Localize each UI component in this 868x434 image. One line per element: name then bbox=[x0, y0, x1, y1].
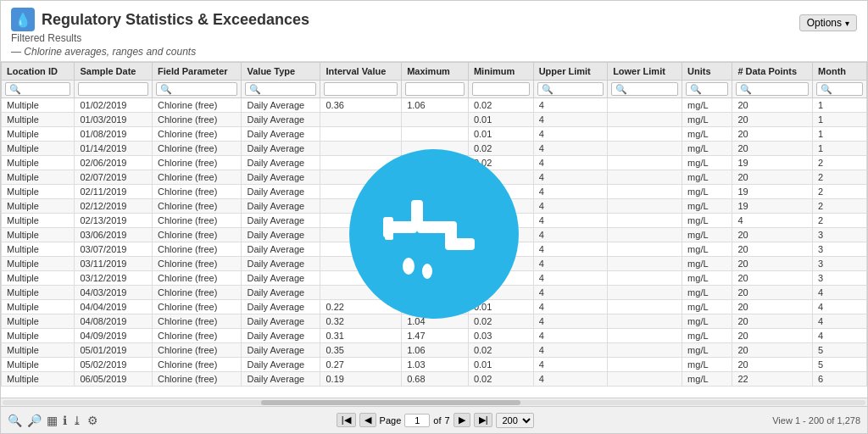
table-cell: mg/L bbox=[682, 271, 732, 286]
table-cell: Daily Average bbox=[242, 314, 320, 329]
table-cell: 03/06/2019 bbox=[75, 228, 153, 242]
table-cell: 20 bbox=[732, 127, 813, 142]
table-cell: 05/01/2019 bbox=[75, 343, 153, 358]
table-cell: 20 bbox=[732, 358, 813, 372]
table-row[interactable]: Multiple03/07/2019Chlorine (free)Daily A… bbox=[2, 242, 867, 257]
table-cell: 01/08/2019 bbox=[75, 127, 153, 142]
table-cell: Daily Average bbox=[242, 372, 320, 387]
table-row[interactable]: Multiple02/07/2019Chlorine (free)Daily A… bbox=[2, 170, 867, 185]
table-row[interactable]: Multiple04/09/2019Chlorine (free)Daily A… bbox=[2, 329, 867, 343]
table-cell: Multiple bbox=[2, 214, 75, 228]
table-row[interactable]: Multiple03/12/2019Chlorine (free)Daily A… bbox=[2, 271, 867, 286]
horizontal-scrollbar[interactable] bbox=[1, 398, 867, 406]
table-row[interactable]: Multiple01/02/2019Chlorine (free)Daily A… bbox=[2, 98, 867, 113]
table-cell bbox=[320, 142, 402, 156]
table-cell bbox=[608, 170, 682, 185]
grid-icon[interactable]: ▦ bbox=[47, 414, 58, 427]
table-wrapper[interactable]: Location ID Sample Date Field Parameter … bbox=[1, 62, 867, 398]
table-cell: Daily Average bbox=[242, 242, 320, 257]
table-cell: Daily Average bbox=[242, 214, 320, 228]
table-cell: 1.06 bbox=[402, 98, 469, 113]
table-row[interactable]: Multiple01/08/2019Chlorine (free)Daily A… bbox=[2, 127, 867, 142]
table-row[interactable]: Multiple01/14/2019Chlorine (free)Daily A… bbox=[2, 142, 867, 156]
filter-minimum[interactable] bbox=[472, 82, 530, 96]
table-cell bbox=[402, 286, 469, 300]
table-row[interactable]: Multiple04/04/2019Chlorine (free)Daily A… bbox=[2, 300, 867, 314]
scroll-thumb bbox=[261, 400, 520, 405]
next-page-button[interactable]: ▶ bbox=[453, 413, 470, 427]
table-cell bbox=[402, 242, 469, 257]
table-row[interactable]: Multiple03/11/2019Chlorine (free)Daily A… bbox=[2, 257, 867, 271]
search-icon[interactable]: 🔍 bbox=[8, 414, 22, 427]
table-row[interactable]: Multiple02/12/2019Chlorine (free)Daily A… bbox=[2, 199, 867, 214]
table-cell: Chlorine (free) bbox=[153, 156, 242, 170]
options-button[interactable]: Options bbox=[799, 14, 857, 31]
table-row[interactable]: Multiple02/13/2019Chlorine (free)Daily A… bbox=[2, 214, 867, 228]
table-cell: 04/08/2019 bbox=[75, 314, 153, 329]
table-cell: 0.01 bbox=[468, 271, 533, 286]
per-page-select[interactable]: 200 100 50 bbox=[496, 413, 534, 428]
filter-month[interactable] bbox=[816, 82, 863, 96]
table-row[interactable]: Multiple06/05/2019Chlorine (free)Daily A… bbox=[2, 372, 867, 387]
table-cell: 0.02 bbox=[468, 156, 533, 170]
table-cell: 4 bbox=[533, 372, 607, 387]
table-cell: 2 bbox=[813, 156, 867, 170]
table-cell: 1 bbox=[813, 113, 867, 127]
table-cell: Multiple bbox=[2, 199, 75, 214]
table-cell: Chlorine (free) bbox=[153, 372, 242, 387]
table-row[interactable]: Multiple03/06/2019Chlorine (free)Daily A… bbox=[2, 228, 867, 242]
filter-data-points[interactable] bbox=[736, 82, 809, 96]
filter-interval-value[interactable] bbox=[324, 82, 398, 96]
table-cell: 0.02 bbox=[468, 314, 533, 329]
table-row[interactable]: Multiple02/11/2019Chlorine (free)Daily A… bbox=[2, 185, 867, 199]
table-row[interactable]: Multiple01/03/2019Chlorine (free)Daily A… bbox=[2, 113, 867, 127]
table-cell: Chlorine (free) bbox=[153, 214, 242, 228]
table-cell: 0.22 bbox=[320, 300, 402, 314]
filter-units[interactable] bbox=[686, 82, 728, 96]
table-cell bbox=[608, 329, 682, 343]
table-cell: 1 bbox=[813, 142, 867, 156]
table-row[interactable]: Multiple02/06/2019Chlorine (free)Daily A… bbox=[2, 156, 867, 170]
filter-location-id[interactable] bbox=[5, 82, 70, 96]
table-cell bbox=[402, 228, 469, 242]
filter-field-parameter[interactable] bbox=[156, 82, 237, 96]
last-page-button[interactable]: ▶| bbox=[474, 413, 493, 427]
table-cell bbox=[402, 170, 469, 185]
table-row[interactable]: Multiple04/08/2019Chlorine (free)Daily A… bbox=[2, 314, 867, 329]
table-cell: 0.01 bbox=[468, 170, 533, 185]
table-cell bbox=[608, 127, 682, 142]
filter-lower-limit[interactable] bbox=[611, 82, 678, 96]
page-input[interactable] bbox=[404, 414, 430, 427]
filtered-results-label: Filtered Results bbox=[11, 32, 309, 44]
zoom-icon[interactable]: 🔎 bbox=[27, 414, 42, 427]
export-icon[interactable]: ⤓ bbox=[72, 414, 82, 427]
filter-value-type[interactable] bbox=[245, 82, 316, 96]
table-row[interactable]: Multiple05/02/2019Chlorine (free)Daily A… bbox=[2, 358, 867, 372]
footer-pagination: |◀ ◀ Page of 7 ▶ ▶| 200 100 50 bbox=[337, 413, 535, 428]
table-cell: Multiple bbox=[2, 257, 75, 271]
filter-sample-date[interactable] bbox=[78, 82, 148, 96]
table-cell: mg/L bbox=[682, 113, 732, 127]
table-cell: Daily Average bbox=[242, 228, 320, 242]
table-cell: 4 bbox=[533, 142, 607, 156]
table-cell: 0.36 bbox=[320, 98, 402, 113]
table-row[interactable]: Multiple04/03/2019Chlorine (free)Daily A… bbox=[2, 286, 867, 300]
prev-page-button[interactable]: ◀ bbox=[359, 413, 376, 427]
table-row[interactable]: Multiple05/01/2019Chlorine (free)Daily A… bbox=[2, 343, 867, 358]
first-page-button[interactable]: |◀ bbox=[337, 413, 356, 427]
table-cell: Daily Average bbox=[242, 329, 320, 343]
table-cell bbox=[320, 185, 402, 199]
table-cell bbox=[608, 314, 682, 329]
settings-icon[interactable]: ⚙ bbox=[87, 414, 98, 427]
table-cell bbox=[402, 271, 469, 286]
scroll-track bbox=[3, 400, 865, 405]
table-cell: 19 bbox=[732, 199, 813, 214]
table-cell: 4 bbox=[533, 199, 607, 214]
table-cell: 0.01 bbox=[468, 113, 533, 127]
col-upper-limit: Upper Limit bbox=[533, 63, 607, 81]
info-icon[interactable]: ℹ bbox=[63, 414, 67, 427]
table-cell: Multiple bbox=[2, 358, 75, 372]
page-label: Page bbox=[380, 415, 402, 426]
filter-maximum[interactable] bbox=[405, 82, 465, 96]
filter-upper-limit[interactable] bbox=[537, 82, 604, 96]
